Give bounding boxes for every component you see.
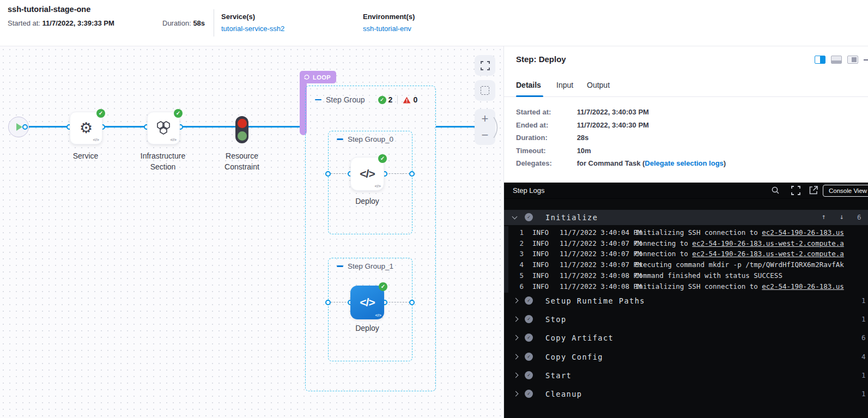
delegate-selection-logs-link[interactable]: Delegate selection logs <box>645 159 724 167</box>
node-infrastructure[interactable]: </> ✓ <box>147 112 180 144</box>
connector-dot[interactable] <box>409 171 415 177</box>
log-section-cleanup[interactable]: ✓ Cleanup 1 <box>504 386 868 402</box>
node-deploy-0[interactable]: </> </> ✓ <box>350 157 384 191</box>
log-section-setup-runtime-paths[interactable]: ✓ Setup Runtime Paths 1 <box>504 293 868 308</box>
collapse-icon[interactable] <box>315 99 321 101</box>
detail-row: Duration: 28s <box>516 134 588 142</box>
log-open-new-tab-button[interactable] <box>809 186 818 195</box>
message-text: Initializing SSH connection to <box>635 282 762 290</box>
section-name: Initialize <box>545 213 598 222</box>
section-name: Setup Runtime Paths <box>545 296 645 305</box>
host-link[interactable]: ec2-54-190-26-183.us-west-2.compute.a <box>692 239 843 247</box>
edge-service-infra <box>102 126 147 128</box>
detail-row: Timeout: 10m <box>516 147 591 155</box>
scroll-up-button[interactable]: ↑ <box>822 213 826 221</box>
delegates-prefix: for Command Task ( <box>577 159 645 167</box>
tab-output[interactable]: Output <box>587 81 610 89</box>
message-text: Connection to <box>635 250 692 258</box>
panel-collapse-handle[interactable] <box>493 117 502 138</box>
log-search-button[interactable] <box>771 186 780 195</box>
layout-bottom-view-icon[interactable] <box>831 56 842 64</box>
connector-dot[interactable] <box>22 124 28 130</box>
delegates-suffix: ) <box>724 159 726 167</box>
section-check-icon: ✓ <box>525 296 533 305</box>
service-link[interactable]: tutorial-service-ssh2 <box>221 25 284 33</box>
log-line: 6 INFO 11/7/2022 3:40:08 PM Initializing… <box>504 282 868 293</box>
step-group-0-header[interactable]: Step Group_0 <box>337 135 393 143</box>
line-number: 5 <box>511 271 524 280</box>
tab-input[interactable]: Input <box>556 81 573 89</box>
section-check-icon: ✓ <box>525 353 533 361</box>
fullscreen-icon <box>791 186 800 195</box>
environment-link[interactable]: ssh-tutorial-env <box>363 25 411 33</box>
connector-dot[interactable] <box>325 171 331 177</box>
detail-value: 10m <box>577 147 591 155</box>
layout-split-view-icon[interactable] <box>815 56 825 64</box>
detail-value: 28s <box>577 134 589 142</box>
success-badge-icon: ✓ <box>96 109 105 118</box>
line-message: Initializing SSH connection to ec2-54-19… <box>635 228 844 237</box>
console-view-button[interactable]: Console View <box>823 185 868 197</box>
log-section-initialize[interactable]: ✓ Initialize ↑ ↓ 6 <box>504 210 868 225</box>
started-label: Started at: <box>8 19 40 27</box>
node-service[interactable]: ⚙ </> ✓ <box>70 112 102 144</box>
chevron-right-icon <box>513 298 519 304</box>
node-deploy-1-selected[interactable]: </> </> ✓ <box>350 286 384 319</box>
code-icon: </> <box>375 313 381 318</box>
log-section-stop[interactable]: ✓ Stop 1 <box>504 312 868 327</box>
line-level: INFO <box>532 228 549 237</box>
host-link[interactable]: ec2-54-190-26-183.us <box>762 282 844 290</box>
loop-icon <box>304 74 310 80</box>
section-line-count: 1 <box>861 315 866 323</box>
zoom-in-button[interactable]: + <box>482 113 489 125</box>
success-count-icon: ✓ <box>378 96 386 104</box>
stage-duration: Duration: 58s <box>162 19 205 27</box>
detail-value: 11/7/2022, 3:40:30 PM <box>577 121 649 129</box>
node-resource-constraint[interactable] <box>235 116 248 143</box>
line-message: Initializing SSH connection to ec2-54-19… <box>635 282 844 290</box>
section-check-icon: ✓ <box>525 334 533 342</box>
zoom-out-button[interactable]: − <box>482 129 489 141</box>
traffic-green-light-icon <box>238 131 247 141</box>
log-section-copy-artifact[interactable]: ✓ Copy Artifact 6 <box>504 330 868 346</box>
collapse-icon[interactable] <box>337 265 343 267</box>
minimize-icon[interactable] <box>864 59 868 60</box>
layout-right-view-icon[interactable] <box>847 56 858 64</box>
section-name: Copy Config <box>545 353 603 361</box>
line-timestamp: 11/7/2022 3:40:04 PM <box>560 228 642 237</box>
log-line: 1 INFO 11/7/2022 3:40:04 PM Initializing… <box>504 228 868 239</box>
log-expand-button[interactable] <box>791 186 800 195</box>
step-logs-header: Step Logs <box>504 183 868 199</box>
success-count: 2 <box>389 95 393 104</box>
scroll-down-button[interactable]: ↓ <box>840 213 844 221</box>
line-message: Command finished with status SUCCESS <box>635 271 782 280</box>
pipeline-canvas[interactable]: ⚙ </> ✓ Service </> ✓ Infrastructure Sec… <box>0 46 504 418</box>
tab-details[interactable]: Details <box>516 81 541 89</box>
step-group-1-header[interactable]: Step Group_1 <box>337 262 393 270</box>
log-section-start[interactable]: ✓ Start 1 <box>504 368 868 383</box>
panel-title: Step: Deploy <box>516 54 566 64</box>
active-tab-underline <box>516 95 543 97</box>
section-line-count: 6 <box>861 334 866 342</box>
section-check-icon: ✓ <box>525 390 533 398</box>
failed-count: 0 <box>413 95 417 104</box>
log-section-copy-config[interactable]: ✓ Copy Config 4 <box>504 349 868 365</box>
step-group-header[interactable]: Step Group ✓ 2 0 <box>315 95 417 104</box>
line-message: Executing command mkdir -p /tmp/QWrdHfIQ… <box>635 261 844 269</box>
collapse-icon[interactable] <box>337 138 343 140</box>
loop-badge[interactable]: LOOP <box>300 71 336 83</box>
host-link[interactable]: ec2-54-190-26-183.us <box>762 228 844 237</box>
canvas-fullscreen-button[interactable] <box>475 55 495 76</box>
success-badge-icon: ✓ <box>174 109 183 118</box>
connector-dot[interactable] <box>409 300 415 305</box>
connector-dot[interactable] <box>325 300 331 305</box>
host-link[interactable]: ec2-54-190-26-183.us-west-2.compute.a <box>692 250 843 258</box>
log-line: 3 INFO 11/7/2022 3:40:07 PM Connection t… <box>504 250 868 261</box>
chevron-down-icon <box>512 214 518 220</box>
section-line-count: 1 <box>861 371 866 379</box>
code-icon: </> <box>374 184 381 189</box>
step-details-panel: Step: Deploy Details Input Output Starte… <box>504 46 868 418</box>
stage-started: Started at: 11/7/2022, 3:39:33 PM <box>8 19 114 27</box>
section-check-icon: ✓ <box>525 371 533 379</box>
canvas-select-button[interactable] <box>475 80 495 101</box>
